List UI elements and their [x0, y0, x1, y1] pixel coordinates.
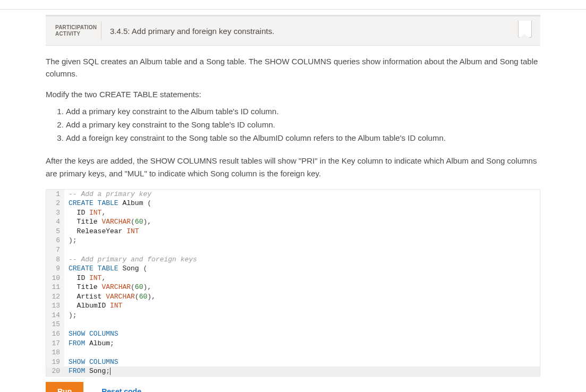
- content-wrap: PARTICIPATION ACTIVITY 3.4.5: Add primar…: [0, 15, 586, 392]
- code-line[interactable]: 17FROM Album;: [46, 339, 540, 348]
- code-line-content[interactable]: [64, 348, 540, 357]
- code-line[interactable]: 14);: [46, 311, 540, 320]
- code-line-content[interactable]: SHOW COLUMNS: [64, 357, 540, 367]
- line-number: 14: [46, 311, 64, 320]
- line-number: 3: [46, 208, 64, 218]
- button-row: Run Reset code: [46, 382, 540, 392]
- activity-header: PARTICIPATION ACTIVITY 3.4.5: Add primar…: [46, 15, 540, 46]
- code-line-content[interactable]: Title VARCHAR(60),: [64, 283, 540, 292]
- code-line[interactable]: 10 ID INT,: [46, 274, 540, 283]
- bookmark-icon[interactable]: [518, 21, 532, 38]
- line-number: 12: [46, 292, 64, 302]
- code-line-content[interactable]: AlbumID INT: [64, 301, 540, 311]
- code-line[interactable]: 6);: [46, 236, 540, 245]
- line-number: 8: [46, 255, 64, 265]
- line-number: 4: [46, 217, 64, 227]
- line-number: 11: [46, 283, 64, 292]
- code-line[interactable]: 5 ReleaseYear INT: [46, 227, 540, 236]
- description-text: The given SQL creates an Album table and…: [46, 55, 540, 80]
- line-number: 20: [46, 367, 64, 376]
- page: PARTICIPATION ACTIVITY 3.4.5: Add primar…: [0, 0, 586, 392]
- code-line[interactable]: 1-- Add a primary key: [46, 190, 540, 199]
- line-number: 10: [46, 274, 64, 283]
- instruction-item: Add a primary key constraint to the Song…: [66, 118, 540, 131]
- line-number: 1: [46, 190, 64, 199]
- code-line[interactable]: 7: [46, 245, 540, 255]
- line-number: 6: [46, 236, 64, 245]
- code-line-content[interactable]: FROM Album;: [64, 339, 540, 348]
- code-line[interactable]: 15: [46, 320, 540, 329]
- code-line[interactable]: 13 AlbumID INT: [46, 301, 540, 311]
- instruction-heading: Modify the two CREATE TABLE statements:: [46, 90, 540, 99]
- line-number: 2: [46, 199, 64, 208]
- code-line[interactable]: 18: [46, 348, 540, 357]
- code-line[interactable]: 12 Artist VARCHAR(60),: [46, 292, 540, 302]
- code-line-content[interactable]: CREATE TABLE Song (: [64, 264, 540, 274]
- code-editor[interactable]: 1-- Add a primary key2CREATE TABLE Album…: [46, 189, 540, 377]
- code-line-content[interactable]: SHOW COLUMNS: [64, 329, 540, 339]
- code-line[interactable]: 3 ID INT,: [46, 208, 540, 218]
- code-line-content[interactable]: -- Add primary and foreign keys: [64, 255, 540, 265]
- activity-label-line2: ACTIVITY: [55, 31, 80, 37]
- code-line-content[interactable]: Artist VARCHAR(60),: [64, 292, 540, 302]
- code-line[interactable]: 11 Title VARCHAR(60),: [46, 283, 540, 292]
- code-line[interactable]: 9CREATE TABLE Song (: [46, 264, 540, 274]
- code-line-content[interactable]: -- Add a primary key: [64, 190, 540, 199]
- line-number: 17: [46, 339, 64, 348]
- reset-code-button[interactable]: Reset code: [99, 382, 143, 392]
- code-line-content[interactable]: ID INT,: [64, 208, 540, 218]
- code-line[interactable]: 2CREATE TABLE Album (: [46, 199, 540, 208]
- line-number: 16: [46, 329, 64, 339]
- code-line-content[interactable]: CREATE TABLE Album (: [64, 199, 540, 208]
- code-line-content[interactable]: );: [64, 236, 540, 245]
- instruction-item: Add a foreign key constraint to the Song…: [66, 132, 540, 144]
- instruction-list: Add a primary key constraint to the Albu…: [46, 105, 540, 144]
- code-line-content[interactable]: [64, 320, 540, 329]
- line-number: 18: [46, 348, 64, 357]
- activity-title: 3.4.5: Add primary and foreign key const…: [110, 27, 274, 36]
- activity-body: The given SQL creates an Album table and…: [46, 46, 540, 392]
- activity-label-line1: PARTICIPATION: [55, 24, 97, 30]
- line-number: 9: [46, 264, 64, 274]
- top-bar: [0, 0, 586, 10]
- code-line[interactable]: 8-- Add primary and foreign keys: [46, 255, 540, 265]
- code-line-content[interactable]: ReleaseYear INT: [64, 227, 540, 236]
- code-line[interactable]: 20FROM Song;: [46, 367, 540, 376]
- code-line[interactable]: 4 Title VARCHAR(60),: [46, 217, 540, 227]
- activity-type-label: PARTICIPATION ACTIVITY: [55, 24, 98, 38]
- run-button[interactable]: Run: [46, 382, 83, 392]
- line-number: 19: [46, 357, 64, 367]
- after-text: After the keys are added, the SHOW COLUM…: [46, 155, 540, 180]
- code-line-content[interactable]: [64, 245, 540, 255]
- caret-icon: [110, 368, 111, 375]
- code-line[interactable]: 19SHOW COLUMNS: [46, 357, 540, 367]
- code-line-content[interactable]: FROM Song;: [64, 367, 540, 376]
- code-line-content[interactable]: ID INT,: [64, 274, 540, 283]
- header-divider: [101, 22, 101, 40]
- line-number: 5: [46, 227, 64, 236]
- instruction-item: Add a primary key constraint to the Albu…: [66, 105, 540, 117]
- code-line[interactable]: 16SHOW COLUMNS: [46, 329, 540, 339]
- activity-card: PARTICIPATION ACTIVITY 3.4.5: Add primar…: [46, 15, 540, 392]
- line-number: 7: [46, 245, 64, 255]
- code-line-content[interactable]: );: [64, 311, 540, 320]
- line-number: 13: [46, 301, 64, 311]
- line-number: 15: [46, 320, 64, 329]
- code-line-content[interactable]: Title VARCHAR(60),: [64, 217, 540, 227]
